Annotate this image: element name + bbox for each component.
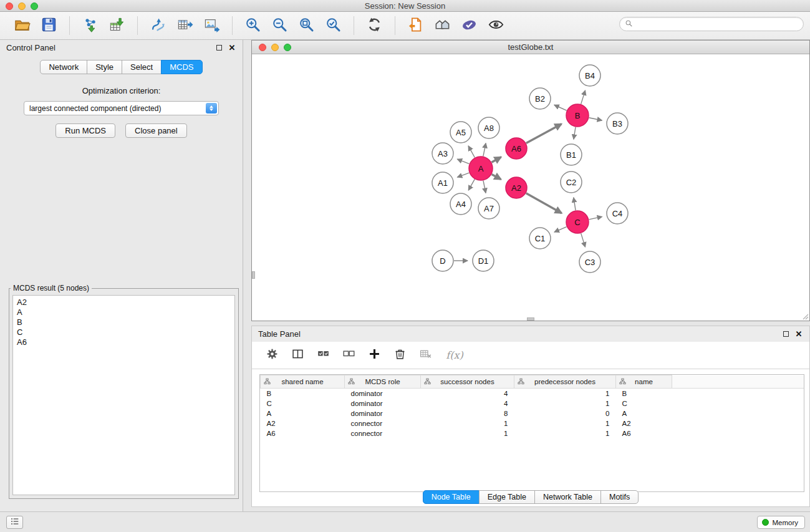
export-image-button[interactable] <box>198 14 225 37</box>
table-tab-node-table[interactable]: Node Table <box>423 490 480 504</box>
node-C[interactable]: C <box>566 211 589 233</box>
table-cell[interactable]: 4 <box>421 399 514 409</box>
mcds-result-item[interactable]: A <box>16 307 232 317</box>
fx-button[interactable]: f(x) <box>442 347 467 364</box>
table-cell[interactable]: C <box>261 399 345 409</box>
table-cell[interactable]: 1 <box>514 418 616 428</box>
zoom-window-button[interactable] <box>31 2 38 10</box>
node-A7[interactable]: A7 <box>478 198 499 219</box>
edge-A-A7[interactable] <box>483 181 486 193</box>
delete-table-button[interactable] <box>417 347 434 364</box>
column-header-mcds-role[interactable]: MCDS role <box>345 375 421 389</box>
zoom-out-button[interactable] <box>266 14 293 37</box>
optimization-criterion-dropdown[interactable]: largest connected component (directed) <box>24 101 219 115</box>
node-A4[interactable]: A4 <box>450 193 471 215</box>
network-canvas[interactable]: B4B2BB3A5A8A6A3B1AA1C2A2A4A7C4CC1C3DD1 <box>252 54 809 321</box>
table-cell[interactable]: dominator <box>345 389 421 399</box>
table-cell[interactable]: dominator <box>345 399 421 409</box>
zoom-in-button[interactable] <box>239 14 266 37</box>
node-B3[interactable]: B3 <box>607 113 628 134</box>
select-all-button[interactable] <box>314 347 332 364</box>
table-cell[interactable]: connector <box>345 418 421 428</box>
column-header-name[interactable]: name <box>616 375 672 389</box>
edge-A6-B[interactable] <box>526 124 562 143</box>
node-C3[interactable]: C3 <box>579 251 600 273</box>
table-cell[interactable]: A6 <box>261 428 345 438</box>
node-A6[interactable]: A6 <box>506 138 527 159</box>
edge-A-A4[interactable] <box>468 179 475 190</box>
node-C1[interactable]: C1 <box>529 228 551 249</box>
edge-B-B2[interactable] <box>554 105 567 110</box>
edge-A-A5[interactable] <box>468 146 475 158</box>
edge-A-A2[interactable] <box>492 175 501 180</box>
save-session-button[interactable] <box>36 14 62 37</box>
table-row[interactable]: A6connector11A6 <box>261 428 804 438</box>
table-cell[interactable]: A2 <box>261 418 345 428</box>
mcds-result-item[interactable]: A6 <box>16 337 232 347</box>
style-check-button[interactable] <box>456 14 483 37</box>
column-header-shared-name[interactable]: shared name <box>261 375 345 389</box>
table-row[interactable]: Bdominator41B <box>261 389 804 399</box>
table-cell[interactable]: 1 <box>421 418 514 428</box>
edge-C-C2[interactable] <box>574 198 576 211</box>
zoom-selected-button[interactable] <box>320 14 347 37</box>
tab-select[interactable]: Select <box>122 60 162 74</box>
table-cell[interactable]: 4 <box>421 389 514 399</box>
node-A5[interactable]: A5 <box>450 122 471 143</box>
import-table-button[interactable] <box>104 14 130 37</box>
table-cell[interactable]: 1 <box>514 428 616 438</box>
export-network-button[interactable] <box>145 14 171 37</box>
table-cell[interactable]: 0 <box>514 409 616 418</box>
open-document-button[interactable] <box>402 14 429 37</box>
edge-A-A6[interactable] <box>491 157 501 163</box>
column-header-predecessor-nodes[interactable]: predecessor nodes <box>514 375 616 389</box>
edge-A-A3[interactable] <box>457 159 469 164</box>
table-cell[interactable]: B <box>616 389 672 399</box>
import-network-button[interactable] <box>77 14 104 37</box>
deselect-all-button[interactable] <box>340 347 357 364</box>
close-panel-button[interactable]: Close panel <box>125 123 187 138</box>
eye-button[interactable] <box>483 14 509 37</box>
node-A[interactable]: A <box>469 157 493 180</box>
node-A1[interactable]: A1 <box>432 172 453 193</box>
table-cell[interactable]: 8 <box>421 409 514 418</box>
table-panel-close-button[interactable]: ✕ <box>794 330 803 339</box>
close-window-button[interactable] <box>6 2 13 10</box>
home-button[interactable] <box>429 14 456 37</box>
node-D1[interactable]: D1 <box>473 250 494 271</box>
table-row[interactable]: A2connector11A2 <box>261 418 804 428</box>
task-history-button[interactable] <box>6 516 23 529</box>
table-row[interactable]: Cdominator41C <box>261 399 804 409</box>
control-panel-float-button[interactable] <box>215 44 223 52</box>
edge-C-C3[interactable] <box>581 233 586 247</box>
edge-B-B3[interactable] <box>589 118 602 120</box>
tab-style[interactable]: Style <box>87 60 122 74</box>
resize-grip[interactable] <box>801 312 809 320</box>
edge-A2-C[interactable] <box>526 193 562 213</box>
node-A3[interactable]: A3 <box>432 143 453 164</box>
tab-mcds[interactable]: MCDS <box>161 60 202 74</box>
table-tab-edge-table[interactable]: Edge Table <box>479 490 535 504</box>
search-input[interactable] <box>636 20 798 29</box>
settings-gear-button[interactable] <box>263 347 281 364</box>
node-C4[interactable]: C4 <box>607 203 628 224</box>
vertical-scrollbar[interactable] <box>252 271 255 279</box>
table-cell[interactable]: 1 <box>514 399 616 409</box>
node-B4[interactable]: B4 <box>579 65 600 86</box>
table-cell[interactable]: A2 <box>616 418 672 428</box>
node-B[interactable]: B <box>566 104 589 127</box>
edge-B-B4[interactable] <box>581 90 586 104</box>
table-cell[interactable]: A <box>616 409 672 418</box>
table-cell[interactable]: dominator <box>345 409 421 418</box>
edge-C-C1[interactable] <box>554 227 567 233</box>
edge-B-B1[interactable] <box>574 127 576 140</box>
table-cell[interactable]: C <box>616 399 672 409</box>
minimize-window-button[interactable] <box>18 2 26 10</box>
table-cell[interactable]: A6 <box>616 428 672 438</box>
table-cell[interactable]: 1 <box>514 389 616 399</box>
edge-C-C4[interactable] <box>589 216 602 220</box>
node-D[interactable]: D <box>432 250 453 271</box>
network-zoom-button[interactable] <box>284 44 291 51</box>
node-C2[interactable]: C2 <box>561 172 582 193</box>
search-field[interactable] <box>619 17 804 31</box>
